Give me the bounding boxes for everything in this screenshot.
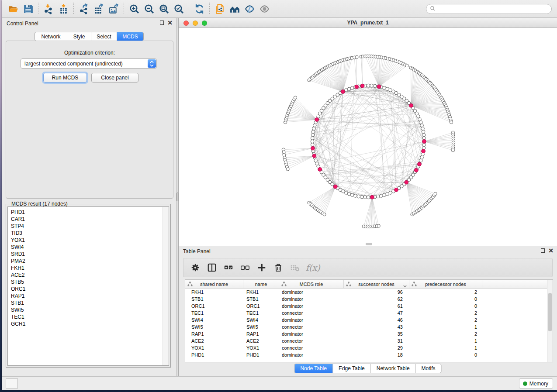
tab-mcds[interactable]: MCDS: [117, 32, 143, 41]
table-cell: connector: [279, 337, 344, 344]
tab-style[interactable]: Style: [67, 32, 91, 41]
mcds-result-item[interactable]: PMA2: [8, 258, 162, 265]
minimize-window-icon[interactable]: [193, 21, 198, 26]
mcds-result-group: MCDS result (17 nodes) PHD1CAR1STP4TID3Y…: [6, 204, 171, 368]
close-panel-icon[interactable]: ✕: [167, 21, 173, 25]
table-cell: dominator: [279, 316, 344, 323]
mcds-result-item[interactable]: TEC1: [8, 313, 162, 320]
zoom-selected-icon[interactable]: [171, 2, 186, 15]
task-history-button[interactable]: [6, 378, 18, 389]
hide-style-icon[interactable]: [242, 2, 257, 15]
canvas-hscroll-thumb[interactable]: [366, 243, 372, 245]
table-cell: 18: [344, 351, 409, 358]
zoom-in-icon[interactable]: [127, 2, 142, 15]
table-cell: 0: [409, 351, 482, 358]
close-panel-button[interactable]: Close panel: [91, 73, 138, 83]
add-column-icon[interactable]: [254, 261, 269, 275]
table-cell: 2: [409, 330, 482, 337]
search-box[interactable]: [426, 4, 552, 14]
table-header-row[interactable]: shared namenameMCDS rolesuccessor nodesp…: [185, 280, 547, 289]
tab-network-table[interactable]: Network Table: [371, 364, 416, 373]
table-row[interactable]: PHD1PHD1dominator180: [185, 351, 547, 358]
export-image-icon[interactable]: [106, 2, 121, 15]
tab-select[interactable]: Select: [91, 32, 117, 41]
import-network-icon[interactable]: [41, 2, 56, 15]
mcds-result-item[interactable]: STB5: [8, 279, 162, 285]
column-header-successor-nodes[interactable]: successor nodes: [344, 280, 409, 288]
optimization-criterion-label: Optimization criterion:: [6, 50, 173, 56]
mcds-list-scrollbar[interactable]: [163, 207, 169, 365]
mcds-result-item[interactable]: GCR1: [8, 320, 162, 327]
table-cell: SWI4: [185, 316, 243, 323]
network-view-window: YPA_prune.txt_1: [179, 18, 557, 246]
zoom-fit-icon[interactable]: [156, 2, 171, 15]
table-row[interactable]: SWI5SWI5connector431: [185, 323, 547, 330]
mcds-result-item[interactable]: YOX1: [8, 237, 162, 244]
show-columns-icon[interactable]: [204, 261, 219, 275]
table-cell: connector: [279, 344, 344, 351]
column-header-shared-name[interactable]: shared name: [185, 280, 243, 288]
mcds-result-item[interactable]: SWI4: [8, 244, 162, 251]
table-row[interactable]: ACE2ACE2connector311: [185, 337, 547, 344]
mcds-result-item[interactable]: ACE2: [8, 272, 162, 279]
table-row[interactable]: FKH1FKH1dominator962: [185, 289, 547, 296]
import-table-icon[interactable]: [56, 2, 71, 15]
mcds-result-item[interactable]: PHD1: [8, 209, 162, 216]
network-canvas[interactable]: [179, 28, 557, 246]
table-row[interactable]: RAP1RAP1dominator352: [185, 330, 547, 337]
export-table-icon[interactable]: [91, 2, 106, 15]
show-eye-icon[interactable]: [257, 2, 272, 15]
mcds-result-item[interactable]: STB1: [8, 299, 162, 306]
mcds-result-item[interactable]: SWI5: [8, 306, 162, 313]
mcds-result-item[interactable]: ORC1: [8, 285, 162, 292]
network-graph[interactable]: [179, 28, 557, 246]
mcds-result-item[interactable]: RAP1: [8, 292, 162, 299]
float-panel-icon[interactable]: [160, 21, 164, 25]
mcds-result-list[interactable]: PHD1CAR1STP4TID3YOX1SWI4SRD1PMA2FKH1ACE2…: [7, 206, 169, 366]
mcds-result-item[interactable]: STP4: [8, 223, 162, 230]
tab-motifs[interactable]: Motifs: [416, 364, 441, 373]
optimization-criterion-select[interactable]: largest connected component (undirected): [21, 58, 157, 69]
run-mcds-button[interactable]: Run MCDS: [43, 73, 87, 83]
delete-column-icon[interactable]: [271, 261, 286, 275]
tab-node-table[interactable]: Node Table: [294, 364, 333, 373]
export-network-icon[interactable]: [76, 2, 91, 15]
close-table-panel-icon[interactable]: ✕: [548, 248, 554, 253]
table-row[interactable]: YOX1YOX1connector291: [185, 344, 547, 351]
table-settings-gear-icon[interactable]: [188, 261, 203, 275]
maximize-window-icon[interactable]: [202, 21, 207, 26]
clone-network-icon[interactable]: [212, 2, 227, 15]
network-window-titlebar[interactable]: YPA_prune.txt_1: [179, 18, 557, 28]
close-window-icon[interactable]: [183, 21, 189, 26]
memory-button[interactable]: Memory: [519, 378, 553, 389]
column-header-MCDS-role[interactable]: MCDS role: [279, 280, 344, 288]
column-header-predecessor-nodes[interactable]: predecessor nodes: [409, 280, 482, 288]
table-row[interactable]: SWI4SWI4dominator462: [185, 316, 547, 323]
open-file-icon[interactable]: [6, 2, 21, 15]
table-row[interactable]: TEC1TEC1connector472: [185, 309, 547, 316]
table-scrollbar[interactable]: [547, 280, 553, 362]
toolbar-separator: [38, 3, 38, 15]
select-all-icon[interactable]: [221, 261, 236, 275]
tab-network[interactable]: Network: [35, 32, 67, 41]
refresh-icon[interactable]: [192, 2, 207, 15]
search-input[interactable]: [436, 4, 551, 14]
tab-edge-table[interactable]: Edge Table: [333, 364, 371, 373]
node-table[interactable]: shared namenameMCDS rolesuccessor nodesp…: [185, 279, 553, 362]
column-header-name[interactable]: name: [243, 280, 279, 288]
table-cell: connector: [279, 323, 344, 330]
save-session-icon[interactable]: [21, 2, 35, 15]
mcds-result-item[interactable]: FKH1: [8, 265, 162, 272]
overview-icon[interactable]: [227, 2, 242, 15]
table-cell: ACE2: [243, 337, 279, 344]
table-scrollbar-thumb[interactable]: [548, 293, 552, 331]
mcds-result-item[interactable]: TID3: [8, 230, 162, 237]
namespace-icon: [281, 282, 287, 287]
zoom-out-icon[interactable]: [142, 2, 156, 15]
table-row[interactable]: STB1STB1dominator620: [185, 296, 547, 303]
table-row[interactable]: ORC1ORC1dominator610: [185, 303, 547, 309]
float-table-panel-icon[interactable]: [541, 248, 545, 253]
mcds-result-item[interactable]: SRD1: [8, 251, 162, 258]
deselect-all-icon[interactable]: [238, 261, 253, 275]
mcds-result-item[interactable]: CAR1: [8, 216, 162, 223]
